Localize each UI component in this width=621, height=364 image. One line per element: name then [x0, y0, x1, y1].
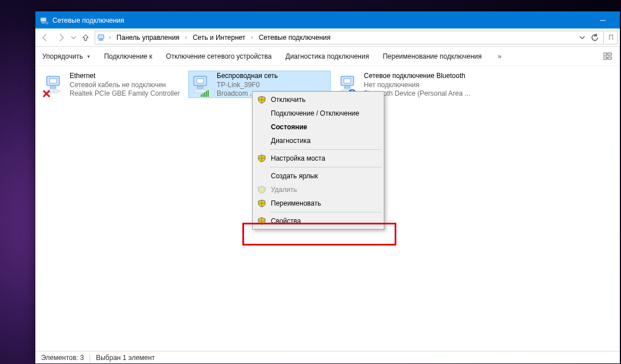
connection-status: Сетевой кабель не подключен — [70, 81, 181, 90]
refresh-button[interactable] — [588, 31, 601, 44]
ctx-label: Переименовать — [271, 199, 321, 207]
status-selected-count: Выбран 1 элемент — [96, 354, 155, 362]
search-placeholder: П — [608, 34, 614, 42]
ctx-separator — [270, 212, 381, 212]
address-bar[interactable]: › Панель управления › Сеть и Интернет › … — [95, 31, 604, 44]
signal-strength-icon — [201, 90, 209, 97]
ctx-label: Подключение / Отключение — [271, 109, 359, 117]
svg-rect-17 — [197, 79, 204, 83]
address-dropdown-button[interactable] — [576, 31, 588, 44]
toolbar: Упорядочить Подключение к Отключение сет… — [35, 47, 620, 66]
uac-shield-icon — [257, 199, 266, 208]
uac-shield-icon — [257, 95, 266, 104]
ctx-separator — [270, 167, 381, 167]
explorer-window: Сетевые подключения › Панель управления … — [35, 11, 620, 363]
svg-rect-22 — [204, 92, 205, 97]
content-area[interactable]: Ethernet Сетевой кабель не подключен Rea… — [35, 66, 620, 351]
connection-status: Нет подключения — [364, 81, 476, 90]
ctx-label: Создать ярлык — [271, 172, 318, 180]
title-bar: Сетевые подключения — [35, 12, 620, 28]
network-adapter-icon — [190, 72, 213, 97]
svg-rect-6 — [603, 53, 607, 55]
chevron-right-icon[interactable]: › — [108, 34, 112, 40]
ctx-properties[interactable]: Свойства — [254, 214, 383, 228]
context-menu: Отключить Подключение / Отключение Состо… — [252, 91, 384, 230]
ctx-label: Удалить — [271, 186, 297, 194]
svg-rect-26 — [344, 79, 351, 83]
status-bar: Элементов: 3 Выбран 1 элемент — [35, 351, 620, 363]
ctx-delete: Удалить — [254, 183, 383, 197]
recent-dropdown[interactable] — [70, 30, 78, 45]
connection-device: Realtek PCIe GBE Family Controller — [70, 89, 181, 99]
disconnected-icon — [42, 89, 51, 98]
svg-rect-24 — [208, 90, 209, 97]
ctx-rename[interactable]: Переименовать — [254, 197, 383, 210]
connection-name: Беспроводная сеть — [217, 72, 328, 81]
ctx-disable[interactable]: Отключить — [254, 93, 383, 107]
forward-button[interactable] — [54, 30, 68, 45]
ctx-label: Отключить — [271, 96, 306, 104]
network-adapter-icon — [43, 72, 66, 97]
svg-point-2 — [45, 21, 48, 24]
ctx-create-shortcut[interactable]: Создать ярлык — [254, 169, 383, 183]
svg-rect-9 — [608, 57, 611, 59]
svg-rect-1 — [42, 22, 45, 23]
svg-rect-20 — [201, 95, 202, 97]
breadcrumb-item[interactable]: Панель управления — [113, 31, 182, 44]
disable-device-button[interactable]: Отключение сетевого устройства — [165, 47, 273, 66]
uac-shield-icon — [257, 216, 266, 226]
breadcrumb-item[interactable]: Сеть и Интернет — [189, 31, 249, 44]
toolbar-overflow-button[interactable]: » — [494, 52, 505, 60]
ctx-label: Состояние — [271, 123, 307, 131]
uac-shield-icon — [257, 154, 266, 163]
breadcrumb-item[interactable]: Сетевые подключения — [255, 31, 334, 44]
svg-rect-12 — [50, 87, 56, 88]
diagnose-button[interactable]: Диагностика подключения — [285, 47, 371, 66]
svg-rect-7 — [608, 53, 611, 55]
svg-rect-18 — [197, 87, 203, 88]
ctx-separator — [270, 149, 381, 150]
window-title: Сетевые подключения — [52, 17, 590, 24]
ctx-label: Настройка моста — [271, 154, 325, 162]
connection-name: Ethernet — [70, 72, 181, 81]
connect-to-button[interactable]: Подключение к — [103, 47, 153, 66]
svg-rect-8 — [603, 57, 607, 59]
connection-name: Сетевое подключение Bluetooth — [364, 72, 476, 81]
search-box[interactable]: П — [605, 31, 618, 44]
chevron-right-icon[interactable]: › — [250, 34, 254, 40]
connection-item-ethernet[interactable]: Ethernet Сетевой кабель не подключен Rea… — [41, 71, 184, 98]
ctx-label: Диагностика — [271, 137, 311, 145]
back-button[interactable] — [38, 30, 52, 45]
network-connections-icon — [40, 16, 49, 25]
svg-rect-27 — [344, 87, 350, 88]
nav-bar: › Панель управления › Сеть и Интернет › … — [35, 28, 620, 47]
uac-shield-icon — [257, 185, 266, 194]
organize-menu[interactable]: Упорядочить — [41, 47, 91, 66]
ctx-diagnostics[interactable]: Диагностика — [254, 134, 383, 148]
svg-rect-0 — [40, 18, 46, 22]
connection-status: TP-Link_39F0 — [217, 81, 328, 90]
up-button[interactable] — [79, 31, 92, 44]
chevron-right-icon[interactable]: › — [184, 34, 188, 40]
ctx-connect-disconnect[interactable]: Подключение / Отключение — [254, 107, 383, 120]
minimize-button[interactable] — [590, 12, 615, 28]
svg-rect-11 — [50, 79, 56, 83]
svg-rect-23 — [206, 91, 207, 97]
svg-rect-21 — [202, 93, 204, 97]
ctx-status[interactable]: Состояние — [254, 120, 383, 134]
network-connections-icon — [98, 33, 107, 42]
ctx-bridge[interactable]: Настройка моста — [254, 152, 383, 165]
svg-rect-4 — [98, 35, 104, 39]
separator — [90, 354, 90, 362]
view-options-button[interactable] — [602, 50, 614, 63]
rename-connection-button[interactable]: Переименование подключения — [381, 47, 483, 66]
svg-rect-5 — [99, 39, 103, 40]
status-item-count: Элементов: 3 — [41, 354, 84, 362]
ctx-label: Свойства — [271, 217, 301, 225]
